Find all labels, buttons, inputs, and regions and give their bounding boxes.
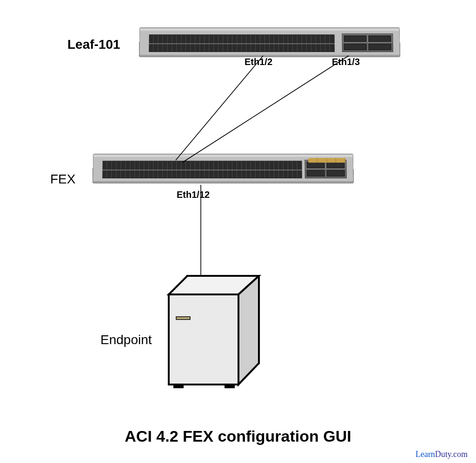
leaf-port-eth13-label: Eth1/3 xyxy=(332,57,360,67)
credit-part-b: Duty.com xyxy=(435,450,468,459)
diagram-title: ACI 4.2 FEX configuration GUI xyxy=(0,427,476,445)
connection-lines xyxy=(0,0,476,463)
fex-port-eth112-label: Eth1/12 xyxy=(177,189,210,200)
svg-rect-6 xyxy=(225,385,235,388)
diagram-stage: Leaf-101 Eth1/2 Eth1/3 FEX Eth1/12 Endpo… xyxy=(0,0,476,463)
svg-rect-4 xyxy=(176,317,190,320)
svg-rect-5 xyxy=(173,385,184,388)
leaf-switch-icon xyxy=(139,28,400,57)
leaf-label: Leaf-101 xyxy=(67,37,120,52)
fex-label: FEX xyxy=(50,172,75,187)
svg-marker-2 xyxy=(169,294,238,385)
credit-part-a: Learn xyxy=(416,450,435,459)
fex-switch-icon xyxy=(93,154,353,183)
endpoint-server-icon xyxy=(165,275,267,391)
svg-marker-3 xyxy=(238,276,259,385)
svg-line-8 xyxy=(182,56,349,163)
credit-link[interactable]: LearnDuty.com xyxy=(416,450,468,459)
leaf-port-eth12-label: Eth1/2 xyxy=(245,57,272,67)
svg-line-7 xyxy=(176,56,263,160)
endpoint-label: Endpoint xyxy=(100,333,152,347)
